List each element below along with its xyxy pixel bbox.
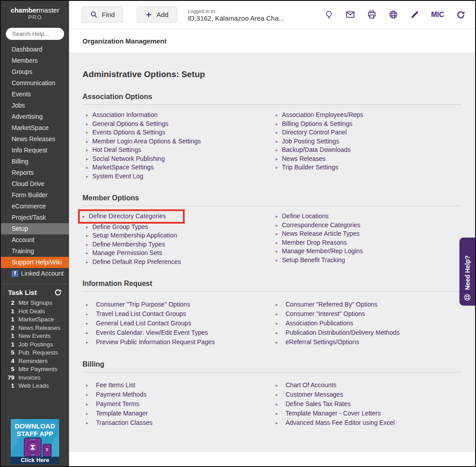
task-item-reminders[interactable]: 4Reminders	[1, 357, 69, 366]
setup-link-manage-permission-sets[interactable]: ▸Manage Permission Sets	[82, 249, 272, 258]
setup-link-association-employees-reps[interactable]: ▸Association Employees/Reps	[272, 111, 462, 120]
task-item-marketspace[interactable]: 1MarketSpace	[1, 316, 69, 324]
sidebar-item-form-builder[interactable]: Form Builder	[1, 190, 69, 201]
setup-link-directory-control-panel[interactable]: ▸Directory Control Panel	[272, 128, 462, 137]
setup-link-trip-builder-settings[interactable]: ▸Trip Builder Settings	[272, 163, 462, 172]
sidebar-item-advertising[interactable]: Advertising	[1, 111, 69, 122]
pencil-icon[interactable]	[410, 10, 419, 19]
setup-link-publication-distribution-delivery-methods[interactable]: ▸Publication Distribution/Delivery Metho…	[272, 328, 462, 337]
add-button[interactable]: Add	[137, 6, 177, 23]
setup-link-social-network-publishing[interactable]: ▸Social Network Publishing	[82, 155, 272, 164]
arrow-icon: ▸	[86, 319, 90, 328]
setup-link-define-group-types[interactable]: ▸Define Group Types	[82, 223, 272, 232]
sidebar-item-account[interactable]: Account	[1, 234, 69, 246]
setup-link-correspondence-categories[interactable]: ▸Correspondence Categories	[272, 221, 462, 230]
lightbulb-icon[interactable]	[325, 10, 333, 19]
setup-link-general-lead-list-contact-groups[interactable]: ▸General Lead List Contact Groups	[82, 319, 272, 328]
setup-link-template-manager[interactable]: ▸Template Manager	[82, 409, 272, 418]
setup-link-association-information[interactable]: ▸Association Information	[82, 111, 272, 120]
sidebar-item-reports[interactable]: Reports	[1, 167, 69, 178]
sidebar-item-jobs[interactable]: Jobs	[1, 100, 69, 111]
setup-link-label: eReferral Settings/Options	[286, 337, 359, 347]
task-item-pub-requests[interactable]: 5Pub. Requests	[1, 349, 69, 357]
search-help-input[interactable]	[6, 28, 64, 40]
task-item-hot-deals[interactable]: 1Hot Deals	[1, 307, 69, 316]
task-item-web-leads[interactable]: 1Web Leads	[1, 382, 69, 390]
sidebar-item-training[interactable]: Training	[1, 246, 69, 257]
setup-link-customer-messages[interactable]: ▸Customer Messages	[272, 390, 462, 399]
sidebar-item-project-task[interactable]: Project/Task	[1, 212, 69, 223]
setup-link-template-manager-cover-letters[interactable]: ▸Template Manager - Cover Letters	[272, 409, 462, 418]
globe-icon[interactable]	[389, 10, 398, 19]
setup-link-system-event-log[interactable]: ▸System Event Log	[82, 172, 272, 181]
setup-link-preview-public-information-request-pages[interactable]: ▸Preview Public Information Request Page…	[82, 337, 272, 347]
setup-link-payment-terms[interactable]: ▸Payment Terms	[82, 399, 272, 409]
setup-link-payment-methods[interactable]: ▸Payment Methods	[82, 390, 272, 399]
task-item-job-postings[interactable]: 1Job Postings	[1, 341, 69, 349]
setup-link-events-options-settings[interactable]: ▸Events Options & Settings	[82, 128, 272, 137]
setup-link-define-membership-types[interactable]: ▸Define Membership Types	[82, 240, 272, 249]
logo-text-bold: chamber	[11, 6, 39, 14]
sidebar-item-dashboard[interactable]: Dashboard	[1, 44, 69, 55]
setup-link-billing-options-settings[interactable]: ▸Billing Options & Settings	[272, 120, 462, 129]
setup-link-news-releases[interactable]: ▸News Releases	[272, 155, 462, 164]
setup-link-marketspace-settings[interactable]: ▸MarketSpace Settings	[82, 163, 272, 172]
setup-link-manage-member-rep-logins[interactable]: ▸Manage Member/Rep Logins	[272, 247, 462, 256]
task-item-invoices[interactable]: 79Invoices	[1, 374, 69, 382]
setup-link-transaction-classes[interactable]: ▸Transaction Classes	[82, 418, 272, 428]
setup-link-general-options-settings[interactable]: ▸General Options & Settings	[82, 120, 272, 129]
setup-link-hot-deal-settings[interactable]: ▸Hot Deal Settings	[82, 146, 272, 155]
sidebar-item-events[interactable]: Events	[1, 89, 69, 100]
setup-link-advanced-mass-fee-editor-using-excel[interactable]: ▸Advanced Mass Fee Editor using Excel	[272, 418, 462, 428]
need-help-tab[interactable]: Need Help?	[459, 238, 475, 306]
sidebar-item-linked-account[interactable]: fLinked Account	[1, 268, 69, 279]
arrow-icon: ▸	[276, 120, 279, 129]
setup-link-backup-data-downloads[interactable]: ▸Backup/Data Downloads	[272, 146, 462, 155]
setup-link-association-publications[interactable]: ▸Association Publications	[272, 319, 462, 328]
task-label: Reminders	[18, 357, 48, 366]
task-item-mbr-signups[interactable]: 2Mbr Signups	[1, 299, 69, 307]
setup-link-define-locations[interactable]: ▸Define Locations	[272, 212, 462, 221]
setup-link-define-sales-tax-rates[interactable]: ▸Define Sales Tax Rates	[272, 399, 462, 409]
setup-link-chart-of-accounts[interactable]: ▸Chart Of Accounts	[272, 381, 462, 390]
sidebar-item-ecommerce[interactable]: eCommerce	[1, 201, 69, 212]
sidebar-item-communication[interactable]: Communication	[1, 78, 69, 89]
sidebar-item-marketspace[interactable]: MarketSpace	[1, 122, 69, 134]
download-staff-app-banner[interactable]: DOWNLOAD STAFF APP Click Here	[11, 419, 59, 464]
setup-link-define-directory-categories[interactable]: ▸Define Directory Categories	[78, 209, 185, 224]
setup-link-setup-membership-application[interactable]: ▸Setup Membership Application	[82, 231, 272, 240]
setup-link-member-drop-reasons[interactable]: ▸Member Drop Reasons	[272, 238, 462, 247]
setup-link-events-calendar-view-edit-event-types[interactable]: ▸Events Calendar: View/Edit Event Types	[82, 328, 272, 337]
task-item-mbr-payments[interactable]: 5Mbr Payments	[1, 365, 69, 374]
setup-link-news-release-article-types[interactable]: ▸News Release Article Types	[272, 229, 462, 238]
sidebar-item-setup[interactable]: Setup	[1, 223, 69, 234]
sidebar-item-cloud-drive[interactable]: Cloud Drive	[1, 178, 69, 190]
task-item-news-releases[interactable]: 2News Releases	[1, 324, 69, 333]
arrow-icon: ▸	[86, 249, 90, 258]
printer-icon[interactable]	[367, 10, 376, 19]
setup-link-job-posting-settings[interactable]: ▸Job Posting Settings	[272, 137, 462, 146]
setup-link-consumer-trip-purpose-options[interactable]: ▸Consumer "Trip Purpose" Options	[82, 300, 272, 309]
setup-link-travel-lead-list-contact-groups[interactable]: ▸Travel Lead List Contact Groups	[82, 309, 272, 319]
arrow-icon: ▸	[276, 399, 279, 409]
envelope-icon[interactable]	[346, 10, 355, 19]
sidebar-item-billing[interactable]: Billing	[1, 156, 69, 167]
setup-link-consumer-interest-options[interactable]: ▸Consumer "Interest" Options	[272, 309, 462, 319]
setup-link-setup-benefit-tracking[interactable]: ▸Setup Benefit Tracking	[272, 256, 462, 265]
sidebar-item-support-help-wiki[interactable]: Support Help/Wiki	[1, 257, 69, 268]
mic-menu[interactable]: MIC	[431, 11, 444, 19]
setup-link-consumer-referred-by-options[interactable]: ▸Consumer "Referred By" Options	[272, 300, 462, 309]
sidebar-item-groups[interactable]: Groups	[1, 66, 69, 78]
setup-link-ereferral-settings-options[interactable]: ▸eReferral Settings/Options	[272, 337, 462, 347]
task-item-new-events[interactable]: 1New Events	[1, 332, 69, 341]
task-refresh-icon[interactable]	[54, 289, 62, 296]
setup-link-member-login-area-options-settings[interactable]: ▸Member Login Area Options & Settings	[82, 137, 272, 146]
sidebar-item-info-request[interactable]: Info Request	[1, 145, 69, 156]
setup-link-define-default-rep-preferences[interactable]: ▸Define Default Rep Preferences	[82, 258, 272, 267]
sidebar-item-news-releases[interactable]: News Releases	[1, 134, 69, 145]
setup-link-fee-items-list[interactable]: ▸Fee Items List	[82, 381, 272, 390]
find-button[interactable]: Find	[82, 6, 123, 23]
sidebar-item-members[interactable]: Members	[1, 55, 69, 66]
setup-link-label: Manage Member/Rep Logins	[282, 247, 363, 256]
refresh-icon[interactable]	[456, 10, 465, 19]
